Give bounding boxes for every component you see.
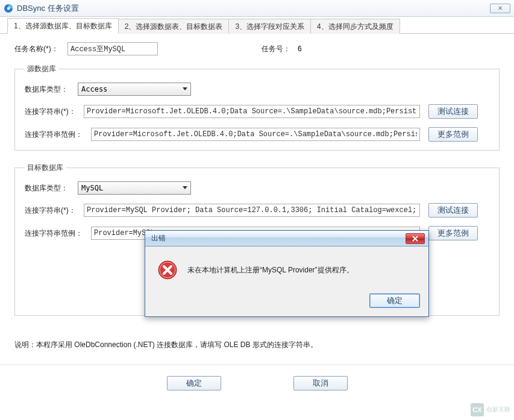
close-icon: ✕ xyxy=(498,5,503,11)
source-conn-input[interactable] xyxy=(84,105,420,118)
tab-3-field-mapping[interactable]: 3、选择字段对应关系 xyxy=(228,19,311,34)
target-db-legend: 目标数据库 xyxy=(25,163,66,173)
tab-1-source-target-db[interactable]: 1、选择源数据库、目标数据库 xyxy=(7,18,119,34)
error-dialog: 出错 未在本地计算机上注册“MySQL Provider”提供程序。 确定 xyxy=(145,230,429,317)
target-sample-label: 连接字符串范例： xyxy=(25,228,91,239)
tab-4-sync-mode[interactable]: 4、选择同步方式及频度 xyxy=(310,19,400,34)
task-name-label: 任务名称(*)： xyxy=(14,44,67,54)
watermark-logo-icon: CX xyxy=(471,403,484,416)
source-conn-label: 连接字符串(*)： xyxy=(25,107,84,117)
app-logo-icon xyxy=(4,4,13,13)
window-titlebar: DBSync 任务设置 ✕ xyxy=(0,0,514,17)
task-name-input[interactable] xyxy=(67,42,158,55)
note-text: 说明：本程序采用 OleDbConnection (.NET) 连接数据库，请填… xyxy=(14,340,500,350)
source-db-legend: 源数据库 xyxy=(25,64,58,74)
error-dialog-message: 未在本地计算机上注册“MySQL Provider”提供程序。 xyxy=(187,265,354,275)
chevron-down-icon xyxy=(180,182,190,194)
chevron-down-icon xyxy=(180,83,190,95)
target-type-combo[interactable]: MySQL xyxy=(78,181,191,195)
source-type-label: 数据库类型： xyxy=(25,84,78,95)
task-name-row: 任务名称(*)： 任务号： 6 xyxy=(14,42,500,55)
source-type-value: Access xyxy=(78,85,180,93)
target-type-label: 数据库类型： xyxy=(25,183,78,193)
source-test-connection-button[interactable]: 测试连接 xyxy=(428,104,478,119)
target-test-connection-button[interactable]: 测试连接 xyxy=(428,203,478,218)
tabstrip: 1、选择源数据库、目标数据库 2、选择源数据表、目标数据表 3、选择字段对应关系… xyxy=(0,17,514,34)
error-dialog-ok-button[interactable]: 确定 xyxy=(369,293,420,308)
target-type-value: MySQL xyxy=(78,184,180,192)
tab-2-source-target-table[interactable]: 2、选择源数据表、目标数据表 xyxy=(118,19,230,34)
window-close-button[interactable]: ✕ xyxy=(490,4,510,13)
watermark-text: 创新互联 xyxy=(486,406,510,414)
source-sample-input[interactable] xyxy=(91,128,420,141)
target-more-samples-button[interactable]: 更多范例 xyxy=(428,226,478,240)
cancel-button[interactable]: 取消 xyxy=(293,376,348,390)
source-db-group: 源数据库 数据库类型： Access 连接字符串(*)： 测试连接 连接字符串范… xyxy=(14,64,500,151)
error-dialog-close-button[interactable] xyxy=(406,233,425,244)
target-conn-label: 连接字符串(*)： xyxy=(25,205,84,216)
source-type-combo[interactable]: Access xyxy=(78,83,191,96)
task-id-value: 6 xyxy=(298,45,302,53)
window-title: DBSync 任务设置 xyxy=(17,3,79,14)
error-dialog-title: 出错 xyxy=(151,233,166,243)
dialog-button-row: 确定 取消 xyxy=(0,365,514,403)
error-dialog-titlebar: 出错 xyxy=(145,231,428,246)
error-icon xyxy=(157,260,178,280)
task-id-label: 任务号： xyxy=(262,44,298,54)
ok-button[interactable]: 确定 xyxy=(167,376,221,390)
source-more-samples-button[interactable]: 更多范例 xyxy=(428,127,478,142)
svg-point-1 xyxy=(7,7,10,9)
source-sample-label: 连接字符串范例： xyxy=(25,130,91,140)
target-conn-input[interactable] xyxy=(84,204,420,217)
watermark: CX 创新互联 xyxy=(471,403,510,416)
close-icon xyxy=(412,236,419,242)
